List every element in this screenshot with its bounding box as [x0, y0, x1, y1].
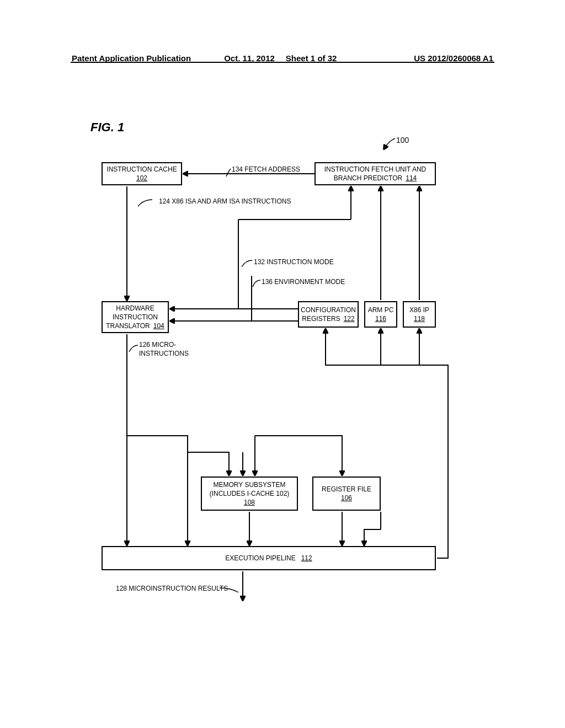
- label-instruction-mode: 132 INSTRUCTION MODE: [254, 258, 334, 267]
- t1: X86 IP: [409, 306, 429, 314]
- ref: 116: [375, 314, 386, 323]
- page-header: Patent Application Publication Oct. 11, …: [0, 46, 565, 63]
- t3: TRANSLATOR: [106, 322, 150, 330]
- arrow-reg-return: [364, 529, 381, 545]
- ref: 122: [344, 314, 355, 323]
- t1: CONFIGURATION: [301, 306, 356, 314]
- leader-134: [226, 169, 231, 176]
- box-execution-pipeline: EXECUTION PIPELINE 112: [102, 546, 436, 570]
- ref: 108: [244, 498, 255, 507]
- arrow-micro-to-exec2: [127, 436, 188, 545]
- box-config-registers: CONFIGURATION REGISTERS 122: [298, 301, 359, 328]
- ref: 118: [414, 314, 425, 323]
- leader-126: [129, 345, 138, 352]
- t1: ARM PC: [368, 306, 394, 314]
- t1: MEMORY SUBSYSTEM: [214, 480, 286, 489]
- arrow-to-mem-1: [188, 452, 229, 475]
- diagram-connectors: [0, 0, 565, 728]
- ref: 102: [136, 174, 147, 183]
- label-microinstruction-results: 128 MICROINSTRUCTION RESULTS: [116, 585, 228, 593]
- text2: BRANCH PREDICTOR: [334, 174, 402, 183]
- t1: REGISTER FILE: [322, 485, 371, 494]
- ref: 106: [341, 494, 352, 502]
- t1: HARDWARE: [116, 304, 154, 313]
- leader-132: [242, 260, 252, 267]
- arrow-to-regfile: [255, 436, 342, 475]
- text: INSTRUCTION CACHE: [106, 165, 177, 174]
- t2: INSTRUCTION: [113, 313, 158, 322]
- box-hit: HARDWARE INSTRUCTION TRANSLATOR 104: [102, 301, 169, 333]
- figure-label: FIG. 1: [90, 120, 124, 135]
- box-ifu: INSTRUCTION FETCH UNIT AND BRANCH PREDIC…: [315, 162, 436, 185]
- t2: REGISTERS: [302, 314, 340, 323]
- box-register-file: REGISTER FILE 106: [312, 477, 381, 511]
- label-isa-instructions: 124 X86 ISA AND ARM ISA INSTRUCTIONS: [159, 197, 291, 206]
- text: INSTRUCTION FETCH UNIT AND: [324, 165, 426, 174]
- box-arm-pc: ARM PC 116: [364, 301, 397, 328]
- ref: 104: [153, 322, 164, 330]
- ref-100: 100: [396, 136, 409, 144]
- header-rule: [71, 62, 494, 63]
- ref: 112: [301, 554, 312, 563]
- leader-100: [384, 138, 395, 149]
- box-memory-subsystem: MEMORY SUBSYSTEM (INCLUDES I-CACHE 102) …: [201, 477, 298, 511]
- arrow-feedback-cfg: [326, 329, 448, 558]
- box-instruction-cache: INSTRUCTION CACHE 102: [102, 162, 182, 185]
- label-fetch-address: 134 FETCH ADDRESS: [232, 165, 300, 174]
- box-x86-ip: X86 IP 118: [403, 301, 436, 328]
- label-micro-instructions: 126 MICRO- INSTRUCTIONS: [139, 341, 189, 358]
- ref: 114: [406, 174, 417, 183]
- label-environment-mode: 136 ENVIRONMENT MODE: [262, 278, 345, 287]
- leader-136: [253, 280, 260, 287]
- t1: EXECUTION PIPELINE: [225, 554, 295, 563]
- leader-124: [138, 200, 152, 206]
- t2: (INCLUDES I-CACHE 102): [210, 489, 290, 498]
